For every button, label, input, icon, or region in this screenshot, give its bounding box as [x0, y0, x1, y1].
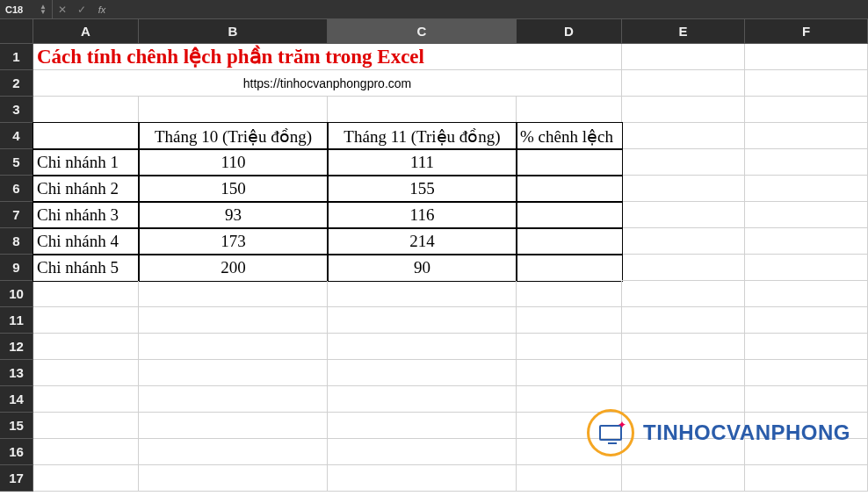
table-cell[interactable]: 214 — [328, 228, 517, 255]
table-cell[interactable]: 116 — [328, 202, 517, 228]
cell[interactable] — [517, 413, 622, 439]
table-cell[interactable] — [517, 202, 622, 228]
cells-grid[interactable]: Cách tính chênh lệch phần trăm trong Exc… — [33, 44, 868, 492]
cell[interactable] — [622, 281, 745, 307]
table-cell[interactable]: 93 — [139, 202, 328, 228]
cell[interactable] — [622, 413, 745, 439]
cell[interactable] — [33, 281, 139, 307]
row-header[interactable]: 11 — [0, 307, 33, 334]
table-cell[interactable]: 111 — [328, 149, 517, 176]
cell[interactable] — [139, 334, 328, 360]
row-header[interactable]: 5 — [0, 149, 33, 176]
cell[interactable] — [33, 465, 139, 492]
cell[interactable] — [745, 176, 868, 202]
cell[interactable] — [622, 176, 745, 202]
cell[interactable] — [328, 386, 517, 413]
cell[interactable] — [622, 465, 745, 492]
cell[interactable] — [622, 334, 745, 360]
cell[interactable] — [622, 386, 745, 413]
cell[interactable] — [328, 360, 517, 386]
table-cell[interactable]: 90 — [328, 255, 517, 281]
row-header[interactable]: 10 — [0, 281, 33, 307]
cell[interactable] — [328, 439, 517, 465]
cell[interactable] — [33, 334, 139, 360]
cell[interactable] — [328, 334, 517, 360]
cell[interactable] — [745, 70, 868, 97]
cell[interactable] — [745, 439, 868, 465]
table-row-label[interactable]: Chi nhánh 4 — [33, 228, 139, 255]
name-box-dropdown-icon[interactable]: ▲▼ — [40, 4, 47, 15]
confirm-icon[interactable]: ✓ — [72, 4, 91, 16]
row-header[interactable]: 1 — [0, 44, 33, 70]
cell[interactable] — [517, 439, 622, 465]
table-row-label[interactable]: Chi nhánh 3 — [33, 202, 139, 228]
table-row-label[interactable]: Chi nhánh 1 — [33, 149, 139, 176]
table-header-d[interactable]: % chênh lệch — [517, 123, 622, 149]
row-header[interactable]: 6 — [0, 176, 33, 202]
cell[interactable] — [139, 386, 328, 413]
cell[interactable] — [745, 202, 868, 228]
cell[interactable] — [745, 123, 868, 149]
row-header[interactable]: 12 — [0, 334, 33, 360]
cell[interactable] — [139, 281, 328, 307]
formula-input[interactable] — [112, 0, 868, 18]
cell[interactable] — [517, 281, 622, 307]
cell[interactable] — [745, 413, 868, 439]
cell[interactable] — [328, 97, 517, 123]
table-cell[interactable]: 173 — [139, 228, 328, 255]
cell[interactable] — [517, 465, 622, 492]
cell[interactable] — [622, 97, 745, 123]
cell[interactable] — [622, 255, 745, 281]
cell[interactable] — [622, 439, 745, 465]
cell[interactable] — [745, 307, 868, 334]
cell[interactable] — [745, 97, 868, 123]
cancel-icon[interactable]: ✕ — [53, 4, 72, 16]
cell[interactable] — [139, 465, 328, 492]
row-header[interactable]: 8 — [0, 228, 33, 255]
cell[interactable] — [622, 123, 745, 149]
cell[interactable] — [745, 465, 868, 492]
cell[interactable] — [622, 307, 745, 334]
cell[interactable] — [622, 202, 745, 228]
cell[interactable] — [745, 228, 868, 255]
cell[interactable] — [328, 307, 517, 334]
row-header[interactable]: 9 — [0, 255, 33, 281]
row-header[interactable]: 16 — [0, 439, 33, 465]
fx-icon[interactable]: fx — [91, 4, 112, 15]
cell[interactable] — [622, 149, 745, 176]
table-cell[interactable] — [517, 149, 622, 176]
name-box[interactable]: C18 ▲▼ — [0, 0, 53, 18]
col-header-e[interactable]: E — [622, 19, 745, 44]
cell[interactable] — [745, 386, 868, 413]
select-all-corner[interactable] — [0, 19, 33, 44]
cell[interactable] — [33, 439, 139, 465]
col-header-a[interactable]: A — [33, 19, 139, 44]
page-title[interactable]: Cách tính chênh lệch phần trăm trong Exc… — [33, 44, 622, 70]
cell[interactable] — [745, 44, 868, 70]
row-header[interactable]: 3 — [0, 97, 33, 123]
table-header-c[interactable]: Tháng 11 (Triệu đồng) — [328, 123, 517, 149]
cell[interactable] — [745, 149, 868, 176]
row-header[interactable]: 13 — [0, 360, 33, 386]
row-header[interactable]: 7 — [0, 202, 33, 228]
cell[interactable] — [328, 413, 517, 439]
cell[interactable] — [745, 281, 868, 307]
table-cell[interactable]: 155 — [328, 176, 517, 202]
row-header[interactable]: 15 — [0, 413, 33, 439]
cell[interactable] — [139, 413, 328, 439]
cell[interactable] — [139, 360, 328, 386]
cell[interactable] — [517, 386, 622, 413]
cell[interactable] — [517, 97, 622, 123]
cell[interactable] — [622, 44, 745, 70]
table-cell[interactable]: 110 — [139, 149, 328, 176]
cell[interactable] — [139, 439, 328, 465]
col-header-d[interactable]: D — [517, 19, 622, 44]
table-header-b[interactable]: Tháng 10 (Triệu đồng) — [139, 123, 328, 149]
cell[interactable] — [328, 465, 517, 492]
cell[interactable] — [517, 334, 622, 360]
table-cell[interactable] — [517, 228, 622, 255]
cell[interactable] — [622, 228, 745, 255]
row-header[interactable]: 4 — [0, 123, 33, 149]
row-header[interactable]: 17 — [0, 465, 33, 492]
cell[interactable] — [139, 307, 328, 334]
